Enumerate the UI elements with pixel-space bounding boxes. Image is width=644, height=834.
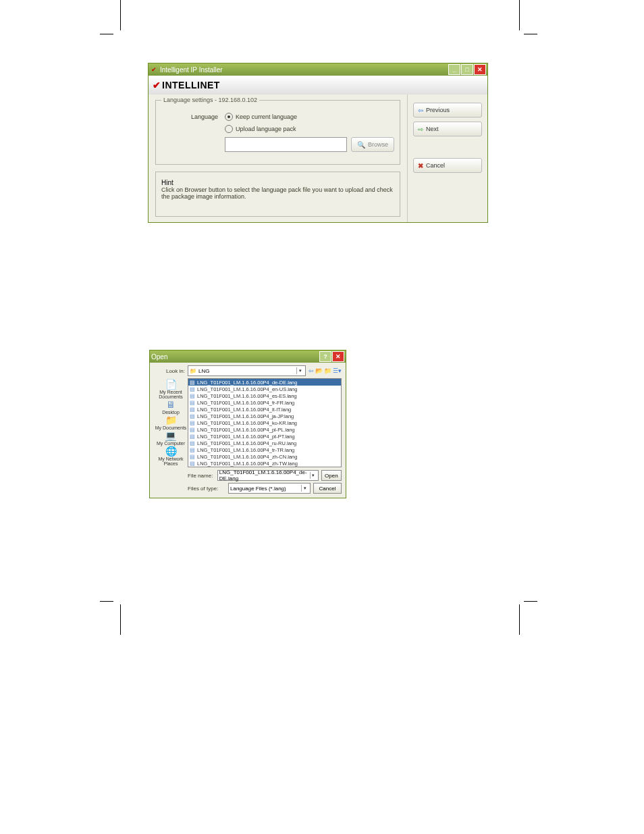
cancel-icon: ✖ [418, 162, 423, 170]
cropmark [524, 34, 537, 34]
lookin-dropdown[interactable]: 📁 LNG ▾ [188, 365, 306, 376]
desktop-icon: 🖥 [166, 400, 176, 409]
filename-input[interactable]: LNG_T01F001_LM.1.6.16.00P4_de-DE.lang ▾ [217, 470, 319, 481]
file-icon: ▤ [190, 386, 195, 392]
cropmark [100, 34, 113, 34]
radio-keep-label: Keep current language [236, 113, 297, 120]
search-icon: 🔍 [357, 141, 365, 149]
file-icon: ▤ [190, 380, 195, 386]
radio-upload-label: Upload language pack [236, 126, 296, 132]
open-file-dialog: Open ? ✕ Look in: 📁 LNG ▾ ⇦ 📂 📁 ☰▾ [149, 350, 346, 498]
computer-icon: 💻 [165, 431, 176, 440]
file-icon: ▤ [190, 440, 195, 446]
place-desktop[interactable]: 🖥Desktop [162, 400, 180, 415]
file-item[interactable]: ▤LNG_T01F001_LM.1.6.16.00P4_tr-TR.lang [188, 446, 341, 453]
place-mydocs[interactable]: 📁My Documents [155, 415, 187, 430]
file-item[interactable]: ▤LNG_T01F001_LM.1.6.16.00P4_ja-JP.lang [188, 413, 341, 419]
new-folder-icon[interactable]: 📁 [324, 367, 331, 374]
file-item[interactable]: ▤LNG_T01F001_LM.1.6.16.00P4_es-ES.lang [188, 392, 341, 399]
file-item[interactable]: ▤LNG_T01F001_LM.1.6.16.00P4_fr-FR.lang [188, 399, 341, 406]
file-item[interactable]: ▤LNG_T01F001_LM.1.6.16.00P4_ru-RU.lang [188, 440, 341, 446]
close-button[interactable]: ✕ [474, 64, 486, 75]
file-item[interactable]: ▤LNG_T01F001_LM.1.6.16.00P4_pl-PL.lang [188, 426, 341, 433]
file-icon: ▤ [190, 413, 195, 419]
cancel-button[interactable]: ✖ Cancel [413, 158, 482, 173]
installer-window: ✔ Intelligent IP Installer _ □ ✕ ✔ INTEL… [148, 63, 488, 223]
file-item[interactable]: ▤LNG_T01F001_LM.1.6.16.00P4_en-US.lang [188, 386, 341, 392]
file-item[interactable]: ▤LNG_T01F001_LM.1.6.16.00P4_zh-TW.lang [188, 460, 341, 467]
maximize-button[interactable]: □ [461, 64, 473, 75]
radio-keep-current[interactable] [225, 113, 233, 121]
places-bar: 📄My Recent Documents 🖥Desktop 📁My Docume… [154, 378, 188, 467]
hint-group: Hint Click on Browser button to select t… [155, 172, 400, 217]
cropmark [519, 604, 520, 635]
cropmark [519, 0, 520, 30]
browse-button[interactable]: 🔍 Browse [351, 137, 394, 152]
lookin-label: Look in: [154, 368, 185, 374]
file-item[interactable]: ▤LNG_T01F001_LM.1.6.16.00P4_ko-KR.lang [188, 419, 341, 426]
open-button[interactable]: Open [321, 470, 342, 481]
dialog-cancel-button[interactable]: Cancel [313, 483, 342, 494]
cropmark [120, 604, 121, 635]
language-settings-group: Language settings - 192.168.0.102 Langua… [155, 100, 400, 165]
hint-text: Click on Browser button to select the la… [161, 186, 394, 200]
folder-icon: 📁 [190, 368, 196, 374]
help-button[interactable]: ? [319, 351, 331, 362]
cropmark [120, 0, 121, 30]
file-item[interactable]: ▤LNG_T01F001_LM.1.6.16.00P4_pt-PT.lang [188, 433, 341, 440]
file-icon: ▤ [190, 400, 195, 406]
chevron-down-icon: ▾ [296, 367, 304, 374]
file-item[interactable]: ▤LNG_T01F001_LM.1.6.16.00P4_de-DE.lang [188, 379, 341, 386]
chevron-down-icon: ▾ [301, 485, 308, 492]
up-folder-icon[interactable]: 📂 [315, 367, 323, 374]
app-icon: ✔ [150, 66, 158, 74]
file-icon: ▤ [190, 461, 195, 467]
file-list[interactable]: ▤LNG_T01F001_LM.1.6.16.00P4_de-DE.lang ▤… [188, 378, 342, 467]
place-mynet[interactable]: 🌐My Network Places [154, 446, 188, 466]
brand-bar: ✔ INTELLINET [149, 76, 487, 95]
file-icon: ▤ [190, 454, 195, 460]
dialog-toolbar: ⇦ 📂 📁 ☰▾ [308, 367, 342, 374]
hint-legend: Hint [161, 179, 173, 186]
cropmark [524, 601, 537, 602]
dialog-close-button[interactable]: ✕ [332, 351, 344, 362]
arrow-left-icon: ⇦ [418, 107, 423, 114]
radio-upload-pack[interactable] [225, 125, 233, 133]
file-item[interactable]: ▤LNG_T01F001_LM.1.6.16.00P4_zh-CN.lang [188, 453, 341, 460]
file-icon: ▤ [190, 427, 195, 433]
back-icon[interactable]: ⇦ [308, 367, 314, 374]
network-icon: 🌐 [165, 446, 177, 456]
titlebar[interactable]: ✔ Intelligent IP Installer _ □ ✕ [149, 63, 487, 76]
window-title: Intelligent IP Installer [160, 66, 223, 74]
file-icon: ▤ [190, 420, 195, 426]
dialog-title: Open [151, 353, 167, 361]
dialog-titlebar[interactable]: Open ? ✕ [150, 350, 346, 363]
language-label: Language [191, 113, 225, 120]
filetype-label: Files of type: [188, 486, 225, 492]
recent-docs-icon: 📄 [165, 380, 177, 389]
previous-button[interactable]: ⇦ Previous [413, 103, 482, 118]
minimize-button[interactable]: _ [448, 64, 460, 75]
cropmark [100, 601, 113, 602]
brand-mark-icon: ✔ [153, 80, 161, 90]
filetype-dropdown[interactable]: Language Files (*.lang) ▾ [228, 483, 311, 494]
file-icon: ▤ [190, 434, 195, 440]
group-legend: Language settings - 192.168.0.102 [161, 97, 259, 103]
documents-icon: 📁 [165, 415, 177, 425]
next-button[interactable]: ⇨ Next [413, 122, 482, 136]
language-pack-path-input[interactable] [225, 137, 347, 152]
file-icon: ▤ [190, 447, 195, 453]
file-icon: ▤ [190, 393, 195, 399]
filename-label: File name: [188, 473, 215, 479]
file-icon: ▤ [190, 407, 195, 413]
chevron-down-icon: ▾ [310, 472, 316, 479]
place-mycomp[interactable]: 💻My Computer [157, 431, 185, 446]
place-recent[interactable]: 📄My Recent Documents [154, 380, 188, 399]
arrow-right-icon: ⇨ [418, 126, 423, 133]
lookin-value: LNG [198, 368, 209, 374]
brand-text: INTELLINET [162, 80, 220, 90]
file-item[interactable]: ▤LNG_T01F001_LM.1.6.16.00P4_it-IT.lang [188, 406, 341, 413]
view-menu-icon[interactable]: ☰▾ [333, 367, 342, 374]
